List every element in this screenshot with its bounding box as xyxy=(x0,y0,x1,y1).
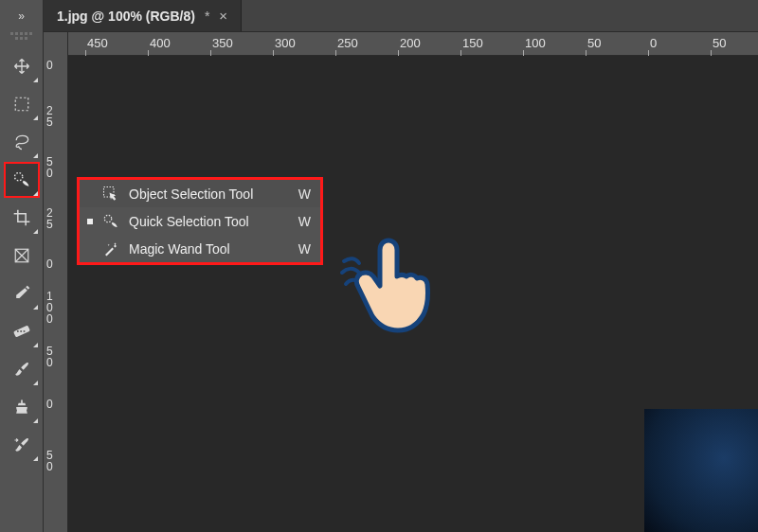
vertical-ruler: 0255025010050050 xyxy=(44,56,68,532)
ruler-tick: 50 xyxy=(46,346,53,368)
eyedropper-icon xyxy=(12,284,31,303)
flyout-item-label: Object Selection Tool xyxy=(129,186,290,202)
toolbar: » xyxy=(0,0,44,532)
magic-wand-icon xyxy=(101,240,120,257)
ruler-tick: 25 xyxy=(46,105,53,128)
document-dirty-marker: * xyxy=(205,9,209,24)
lasso-tool[interactable] xyxy=(5,125,39,159)
svg-rect-6 xyxy=(23,330,25,332)
ruler-tick: 300 xyxy=(275,36,296,50)
toolbar-expand[interactable]: » xyxy=(18,6,25,27)
ruler-tick: 0 xyxy=(46,258,53,270)
ruler-origin-corner[interactable] xyxy=(44,32,68,57)
ruler-tick: 150 xyxy=(462,36,483,50)
healing-brush-icon xyxy=(12,322,31,341)
quick-selection-icon xyxy=(12,170,31,189)
flyout-item-shortcut: W xyxy=(298,214,311,229)
history-brush-tool[interactable] xyxy=(5,428,39,462)
ruler-tick: 100 xyxy=(525,36,546,50)
ruler-tick: 50 xyxy=(46,450,53,472)
marquee-icon xyxy=(13,96,30,113)
lasso-icon xyxy=(12,133,31,151)
document-tab[interactable]: 1.jpg @ 100% (RGB/8) * × xyxy=(44,0,242,31)
ruler-tick: 450 xyxy=(87,36,108,50)
ruler-tick: 0 xyxy=(46,60,53,71)
horizontal-ruler: 45040035030025020015010050050 xyxy=(44,31,758,56)
healing-brush-tool[interactable] xyxy=(5,314,39,348)
document-tab-title: 1.jpg @ 100% (RGB/8) xyxy=(57,9,195,24)
svg-rect-5 xyxy=(20,330,22,332)
flyout-item-shortcut: W xyxy=(298,186,311,202)
main-area: 1.jpg @ 100% (RGB/8) * × 450400350300250… xyxy=(44,0,758,532)
flyout-item-quick-selection[interactable]: Quick Selection Tool W xyxy=(80,207,320,235)
toolbar-grip xyxy=(10,32,33,40)
clone-stamp-tool[interactable] xyxy=(5,390,39,424)
quick-selection-icon xyxy=(101,213,120,230)
brush-icon xyxy=(12,360,31,379)
ruler-tick: 50 xyxy=(587,36,601,50)
clone-stamp-icon xyxy=(12,398,31,417)
object-selection-icon xyxy=(101,186,120,203)
ruler-tick: 100 xyxy=(46,291,53,325)
document-tab-close[interactable]: × xyxy=(219,8,227,24)
frame-tool[interactable] xyxy=(5,239,39,273)
ruler-tick: 25 xyxy=(46,207,53,230)
flyout-item-shortcut: W xyxy=(298,241,311,257)
ruler-tick: 200 xyxy=(400,36,421,50)
flyout-item-magic-wand[interactable]: Magic Wand Tool W xyxy=(80,235,320,262)
selection-tool-flyout: Object Selection Tool W Quick Selection … xyxy=(77,177,323,265)
marquee-tool[interactable] xyxy=(5,87,39,121)
flyout-item-label: Quick Selection Tool xyxy=(129,214,290,229)
ruler-tick: 250 xyxy=(337,36,358,50)
selection-tool[interactable] xyxy=(5,163,39,197)
document-tab-bar: 1.jpg @ 100% (RGB/8) * × xyxy=(44,0,758,31)
ruler-tick: 50 xyxy=(713,36,726,50)
flyout-item-object-selection[interactable]: Object Selection Tool W xyxy=(80,180,320,207)
move-tool[interactable] xyxy=(5,49,39,83)
svg-point-8 xyxy=(104,215,112,222)
crop-tool[interactable] xyxy=(5,201,39,235)
frame-icon xyxy=(13,247,30,264)
svg-point-1 xyxy=(14,173,22,181)
ruler-tick: 50 xyxy=(46,156,53,179)
svg-rect-0 xyxy=(15,98,28,111)
flyout-item-label: Magic Wand Tool xyxy=(129,241,290,257)
svg-rect-4 xyxy=(17,330,19,332)
flyout-default-indicator xyxy=(87,219,93,224)
crop-icon xyxy=(12,208,31,227)
ruler-tick: 0 xyxy=(46,399,53,410)
eyedropper-tool[interactable] xyxy=(5,276,39,310)
ruler-tick: 350 xyxy=(212,36,233,50)
brush-tool[interactable] xyxy=(5,352,39,386)
canvas-stage[interactable] xyxy=(68,56,758,532)
ruler-tick: 400 xyxy=(150,36,171,50)
document-image-content xyxy=(644,409,758,532)
history-brush-icon xyxy=(12,435,31,454)
ruler-tick: 0 xyxy=(650,36,657,50)
move-icon xyxy=(12,57,31,76)
